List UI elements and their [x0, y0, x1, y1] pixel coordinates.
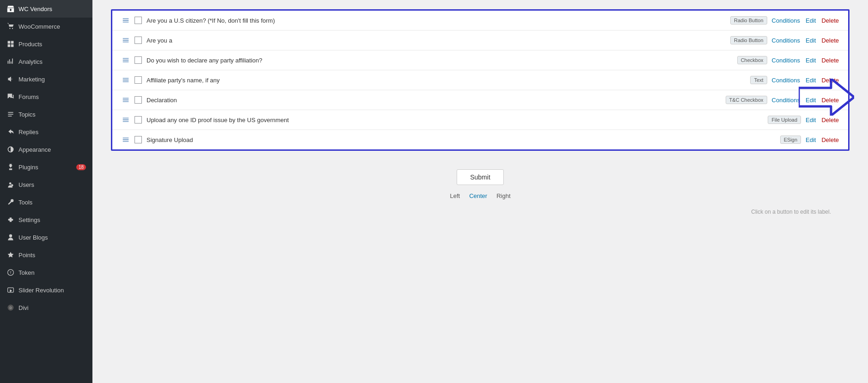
edit-link-3[interactable]: Edit — [806, 57, 816, 64]
megaphone-icon — [6, 75, 15, 83]
row-label-1: Are you a U.S citizen? (*If No, don't fi… — [147, 17, 726, 24]
row-label-5: Declaration — [147, 97, 721, 104]
arrow-decoration — [799, 79, 854, 117]
drag-handle-5[interactable] — [122, 96, 130, 104]
row-actions-2: Conditions Edit Delete — [772, 37, 839, 44]
sidebar-item-analytics[interactable]: Analytics — [0, 53, 92, 70]
form-row-2: Are you a Radio Button Conditions Edit D… — [112, 31, 848, 50]
sidebar-item-label: Points — [18, 252, 35, 259]
points-icon — [6, 251, 15, 259]
sidebar-item-label: Replies — [18, 129, 38, 136]
row-actions-1: Conditions Edit Delete — [772, 17, 839, 24]
conditions-link-2[interactable]: Conditions — [772, 37, 800, 44]
sidebar-item-label: WC Vendors — [18, 6, 52, 12]
row-label-4: Affiliate party's name, if any — [147, 77, 746, 84]
sidebar-item-users[interactable]: Users — [0, 176, 92, 193]
settings-icon — [6, 216, 15, 224]
row-actions-7: Edit Delete — [806, 136, 839, 143]
submit-button[interactable]: Submit — [457, 169, 504, 185]
align-center[interactable]: Center — [469, 192, 487, 199]
token-icon: T — [6, 268, 15, 277]
sidebar-item-label: Topics — [18, 111, 36, 118]
form-row-3: Do you wish to declare any party affilia… — [112, 50, 848, 70]
conditions-link-1[interactable]: Conditions — [772, 17, 800, 24]
field-type-badge-5: T&C Checkbox — [726, 96, 767, 104]
plugins-badge: 18 — [76, 164, 86, 170]
sidebar-item-label: Plugins — [18, 164, 38, 171]
forums-icon — [6, 93, 15, 101]
form-row-5: Declaration T&C Checkbox Conditions Edit… — [112, 90, 848, 110]
sidebar-item-label: Settings — [18, 216, 40, 223]
row-checkbox-1[interactable] — [134, 17, 142, 24]
drag-handle-6[interactable] — [122, 116, 130, 124]
sidebar: WC Vendors WooCommerce Products Analytic… — [0, 0, 92, 383]
sidebar-item-label: Appearance — [18, 146, 51, 153]
analytics-icon — [6, 57, 15, 66]
row-checkbox-2[interactable] — [134, 37, 142, 44]
drag-handle-7[interactable] — [122, 136, 130, 144]
row-label-2: Are you a — [147, 37, 726, 44]
sidebar-item-topics[interactable]: Topics — [0, 105, 92, 123]
submit-section: Submit Left Center Right — [111, 151, 850, 209]
drag-handle-2[interactable] — [122, 36, 130, 44]
form-row-6: Upload any one ID proof issue by the US … — [112, 110, 848, 130]
products-icon — [6, 40, 15, 48]
svg-text:T: T — [10, 271, 12, 275]
align-right[interactable]: Right — [496, 192, 510, 199]
field-type-badge-3: Checkbox — [737, 56, 767, 64]
sidebar-item-products[interactable]: Products — [0, 35, 92, 53]
sidebar-item-marketing[interactable]: Marketing — [0, 70, 92, 88]
row-checkbox-6[interactable] — [134, 116, 142, 124]
sidebar-item-points[interactable]: Points — [0, 246, 92, 264]
delete-link-2[interactable]: Delete — [821, 37, 839, 44]
svg-text:D: D — [9, 306, 12, 310]
svg-point-0 — [9, 182, 12, 185]
delete-link-1[interactable]: Delete — [821, 17, 839, 24]
row-checkbox-7[interactable] — [134, 136, 142, 143]
replies-icon — [6, 128, 15, 136]
row-checkbox-4[interactable] — [134, 76, 142, 84]
edit-link-2[interactable]: Edit — [806, 37, 816, 44]
align-left[interactable]: Left — [450, 192, 460, 199]
field-type-badge-2: Radio Button — [730, 36, 767, 44]
row-checkbox-5[interactable] — [134, 96, 142, 104]
sidebar-item-label: Analytics — [18, 58, 43, 65]
edit-link-7[interactable]: Edit — [806, 136, 816, 143]
row-actions-3: Conditions Edit Delete — [772, 57, 839, 64]
sidebar-item-user-blogs[interactable]: User Blogs — [0, 229, 92, 246]
form-row-1: Are you a U.S citizen? (*If No, don't fi… — [112, 11, 848, 31]
edit-link-1[interactable]: Edit — [806, 17, 816, 24]
svg-marker-6 — [799, 79, 854, 116]
sidebar-item-divi[interactable]: D Divi — [0, 299, 92, 316]
drag-handle-1[interactable] — [122, 16, 130, 25]
sidebar-item-token[interactable]: T Token — [0, 264, 92, 281]
form-fields-container: Are you a U.S citizen? (*If No, don't fi… — [111, 9, 850, 151]
conditions-link-3[interactable]: Conditions — [772, 57, 800, 64]
sidebar-item-settings[interactable]: Settings — [0, 211, 92, 229]
edit-hint: Click on a button to edit its label. — [111, 209, 850, 215]
sidebar-item-plugins[interactable]: Plugins 18 — [0, 158, 92, 176]
drag-handle-4[interactable] — [122, 76, 130, 84]
sidebar-item-label: WooCommerce — [18, 23, 60, 30]
row-checkbox-3[interactable] — [134, 56, 142, 64]
sidebar-item-appearance[interactable]: Appearance — [0, 141, 92, 158]
sidebar-item-forums[interactable]: Forums — [0, 88, 92, 105]
row-label-3: Do you wish to declare any party affilia… — [147, 57, 733, 64]
sidebar-item-wc-vendors[interactable]: WC Vendors — [0, 0, 92, 18]
delete-link-7[interactable]: Delete — [821, 136, 839, 143]
alignment-options: Left Center Right — [450, 192, 510, 199]
sidebar-item-woocommerce[interactable]: WooCommerce — [0, 18, 92, 35]
delete-link-3[interactable]: Delete — [821, 57, 839, 64]
sidebar-item-replies[interactable]: Replies — [0, 123, 92, 141]
field-type-badge-1: Radio Button — [730, 16, 767, 25]
field-type-badge-4: Text — [750, 76, 767, 84]
slider-icon — [6, 286, 15, 294]
sidebar-item-slider-revolution[interactable]: Slider Revolution — [0, 281, 92, 299]
drag-handle-3[interactable] — [122, 56, 130, 64]
sidebar-item-tools[interactable]: Tools — [0, 193, 92, 211]
conditions-link-4[interactable]: Conditions — [772, 77, 800, 84]
conditions-link-5[interactable]: Conditions — [772, 97, 800, 104]
topics-icon — [6, 110, 15, 118]
store-icon — [6, 5, 15, 13]
sidebar-item-label: Forums — [18, 93, 39, 100]
